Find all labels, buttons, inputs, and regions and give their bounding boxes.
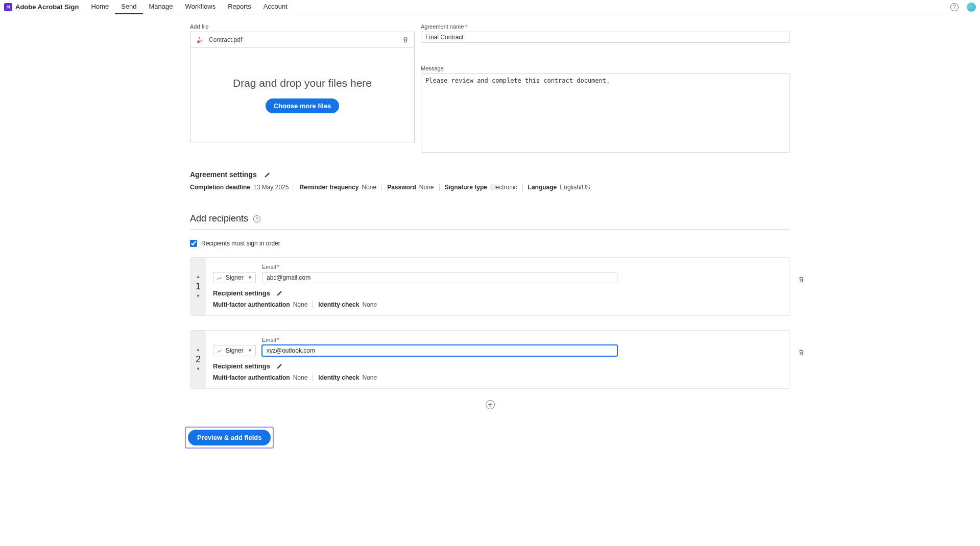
nav-manage[interactable]: Manage — [143, 0, 179, 14]
recipient-index: 2 — [196, 354, 201, 365]
top-bar-right: ? — [950, 3, 976, 12]
file-name: Contract.pdf — [209, 36, 242, 43]
nav-send[interactable]: Send — [115, 0, 142, 14]
message-label: Message — [421, 65, 790, 71]
add-recipient-button[interactable]: + — [486, 400, 495, 409]
nav-reports[interactable]: Reports — [222, 0, 257, 14]
recipient-settings-title: Recipient settings — [213, 362, 270, 370]
add-recipients-title: Add recipients — [190, 213, 248, 224]
preview-highlight-box: Preview & add fields — [185, 427, 274, 449]
edit-recipient-settings-icon[interactable] — [276, 290, 283, 296]
agreement-name-label: Agreement name* — [421, 23, 790, 30]
recipient-role-select[interactable]: Signer ▼ — [213, 345, 256, 356]
recipient-settings-title: Recipient settings — [213, 289, 270, 297]
file-dropzone[interactable]: Drag and drop your files here Choose mor… — [190, 48, 415, 142]
delete-recipient-icon[interactable] — [798, 349, 805, 356]
email-label: Email — [262, 264, 276, 270]
dropzone-text: Drag and drop your files here — [233, 77, 372, 89]
recipient-role-select[interactable]: Signer ▼ — [213, 272, 256, 283]
top-bar: Adobe Acrobat Sign Home Send Manage Work… — [0, 0, 980, 14]
signer-icon — [217, 348, 223, 354]
chevron-down-icon: ▼ — [248, 275, 252, 280]
preview-add-fields-button[interactable]: Preview & add fields — [188, 430, 271, 445]
chevron-down-icon: ▼ — [248, 348, 252, 353]
top-bar-left: Adobe Acrobat Sign Home Send Manage Work… — [4, 0, 294, 14]
delete-recipient-icon[interactable] — [798, 276, 805, 283]
signer-icon — [217, 275, 223, 281]
recipients-info-icon[interactable]: ? — [253, 215, 260, 222]
recipient-email-input[interactable] — [262, 345, 617, 356]
agreement-settings-title: Agreement settings — [190, 170, 257, 179]
message-textarea[interactable] — [421, 73, 790, 153]
recipient-card-1: ▲ 1 ▼ Signer ▼ Email* — [190, 257, 790, 316]
choose-more-files-button[interactable]: Choose more files — [266, 98, 340, 113]
sign-in-order-checkbox[interactable] — [190, 240, 197, 247]
email-label: Email — [262, 337, 276, 343]
recipient-index: 1 — [196, 281, 201, 292]
recipient-card-2: ▲ 2 ▼ Signer ▼ Email* — [190, 330, 790, 389]
chevron-down-icon[interactable]: ▼ — [196, 367, 201, 371]
recipient-email-input[interactable] — [262, 272, 617, 283]
chevron-down-icon[interactable]: ▼ — [196, 294, 201, 299]
chevron-up-icon[interactable]: ▲ — [196, 348, 201, 352]
add-file-label: Add file — [190, 23, 415, 30]
edit-agreement-settings-icon[interactable] — [264, 171, 271, 178]
delete-file-icon[interactable] — [402, 36, 409, 43]
agreement-name-input[interactable] — [421, 32, 790, 43]
help-icon[interactable]: ? — [950, 3, 959, 11]
user-avatar[interactable] — [967, 3, 976, 12]
nav-account[interactable]: Account — [257, 0, 294, 14]
app-logo-icon — [4, 3, 12, 11]
primary-nav: Home Send Manage Workflows Reports Accou… — [85, 0, 293, 14]
sign-in-order-label: Recipients must sign in order — [201, 240, 280, 247]
edit-recipient-settings-icon[interactable] — [276, 363, 283, 369]
pdf-icon — [196, 36, 204, 44]
nav-home[interactable]: Home — [85, 0, 115, 14]
divider — [190, 229, 790, 230]
chevron-up-icon[interactable]: ▲ — [196, 275, 201, 279]
nav-workflows[interactable]: Workflows — [179, 0, 222, 14]
page-content: Add file Contract.pdf Drag and drop your… — [190, 14, 790, 469]
agreement-settings-values: Completion deadline13 May 2025 Reminder … — [190, 184, 790, 191]
recipient-handle[interactable]: ▲ 2 ▼ — [190, 331, 206, 388]
recipient-handle[interactable]: ▲ 1 ▼ — [190, 258, 206, 315]
app-title: Adobe Acrobat Sign — [15, 3, 79, 11]
file-row: Contract.pdf — [190, 32, 415, 48]
